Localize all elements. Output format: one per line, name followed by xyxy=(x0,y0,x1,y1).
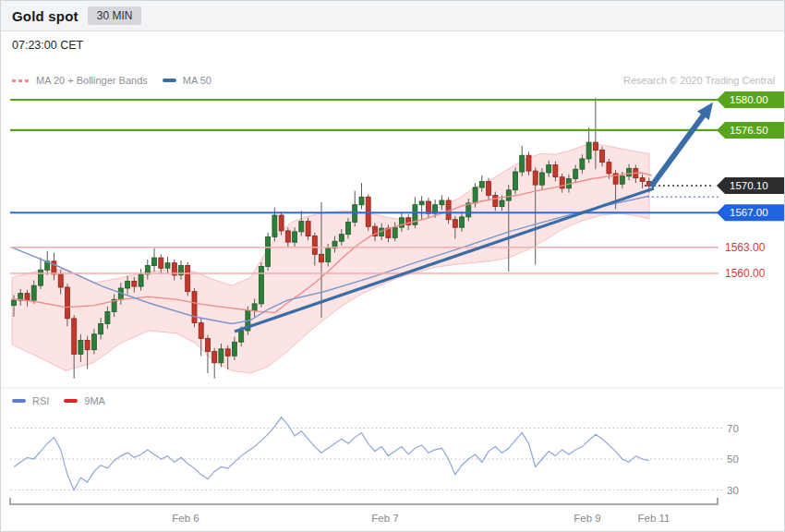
candle xyxy=(39,270,43,285)
candle xyxy=(586,142,591,159)
candle xyxy=(600,151,605,163)
candle xyxy=(279,215,284,231)
candle xyxy=(285,231,290,242)
chart-timestamp: 07:23:00 CET xyxy=(12,39,83,52)
candle xyxy=(12,300,17,306)
projection-arrow xyxy=(651,113,706,187)
candle xyxy=(232,342,236,356)
candle xyxy=(440,200,444,205)
ma50-legend-label: MA 50 xyxy=(183,75,211,86)
candle xyxy=(627,168,632,176)
candle xyxy=(473,187,477,203)
candle xyxy=(165,263,170,269)
candle xyxy=(65,287,69,319)
rsi-swatch-icon xyxy=(12,399,26,403)
ma50-swatch-icon xyxy=(163,79,176,82)
chart-header: Gold spot 30 MIN xyxy=(1,1,784,31)
candle xyxy=(219,349,223,363)
candle xyxy=(139,274,143,286)
svg-text:1576.50: 1576.50 xyxy=(730,125,768,136)
time-axis xyxy=(10,498,718,504)
candle xyxy=(78,340,83,354)
candle xyxy=(72,319,77,355)
candle xyxy=(31,285,36,300)
candle xyxy=(513,172,518,190)
candle xyxy=(339,235,344,242)
svg-text:1567.00: 1567.00 xyxy=(730,207,768,218)
rsi-legend: RSI 9MA xyxy=(12,395,120,406)
candle xyxy=(85,340,90,349)
candle xyxy=(533,171,537,185)
candle xyxy=(493,195,498,206)
candle xyxy=(479,181,484,187)
price-label-pivot: 1563.00 xyxy=(725,241,766,254)
candle xyxy=(640,178,645,182)
main-chart-legend: MA 20 + Bollinger Bands MA 50 xyxy=(12,75,226,86)
candle xyxy=(132,282,137,287)
svg-text:1570.10: 1570.10 xyxy=(730,180,768,191)
candle xyxy=(186,266,190,292)
candle xyxy=(580,159,585,169)
candle xyxy=(206,339,211,352)
candle xyxy=(272,215,277,237)
ma20-bollinger-swatch-icon xyxy=(12,79,30,82)
ma9-swatch-icon xyxy=(64,399,78,403)
candle xyxy=(520,155,525,172)
candle xyxy=(487,181,491,195)
candle xyxy=(460,217,465,227)
candle xyxy=(453,220,457,228)
candle xyxy=(105,311,110,323)
candle xyxy=(346,223,351,235)
rsi-tick-label: 30 xyxy=(727,485,739,496)
candle xyxy=(312,236,317,255)
candle xyxy=(553,165,558,177)
trading-chart-window: 1580.001576.501570.101567.001563.001560.… xyxy=(0,0,785,532)
candle xyxy=(239,331,244,342)
candle xyxy=(526,155,531,171)
time-axis-label: Feb 11 xyxy=(638,513,670,524)
candle xyxy=(25,294,30,301)
candle xyxy=(293,232,297,242)
time-axis-label: Feb 6 xyxy=(172,513,199,524)
candle xyxy=(259,267,263,304)
ma20-legend-label: MA 20 + Bollinger Bands xyxy=(36,75,148,86)
candle xyxy=(266,237,271,267)
price-label-pivot: 1560.00 xyxy=(725,267,766,280)
candle xyxy=(299,222,304,232)
rsi-legend-label: RSI xyxy=(32,395,49,406)
candle xyxy=(99,324,103,334)
research-watermark: Research © 2020 Trading Central xyxy=(623,75,775,86)
candle xyxy=(192,292,197,323)
ma9-legend-label: 9MA xyxy=(84,395,105,406)
time-axis-label: Feb 9 xyxy=(574,513,600,524)
candle xyxy=(58,274,63,287)
svg-text:1580.00: 1580.00 xyxy=(730,94,768,105)
time-axis-label: Feb 7 xyxy=(371,513,398,524)
candle xyxy=(306,222,310,236)
rsi-tick-label: 70 xyxy=(727,423,739,434)
candle xyxy=(547,165,551,174)
candle xyxy=(593,142,598,151)
candle xyxy=(152,258,157,266)
candle xyxy=(419,201,424,205)
candle xyxy=(212,352,217,363)
candle xyxy=(620,176,624,185)
rsi-tick-label: 50 xyxy=(727,453,739,465)
candle xyxy=(607,163,611,174)
candle xyxy=(252,304,257,311)
candle xyxy=(399,218,404,227)
candle xyxy=(159,258,163,268)
candle xyxy=(359,197,364,205)
instrument-title: Gold spot xyxy=(12,8,78,24)
candle xyxy=(540,173,545,185)
candle xyxy=(506,190,511,200)
timeframe-badge[interactable]: 30 MIN xyxy=(88,6,142,25)
candle xyxy=(91,334,96,350)
candle xyxy=(500,200,504,207)
candle xyxy=(225,349,230,357)
candle xyxy=(326,248,331,262)
candle xyxy=(199,323,203,339)
candle xyxy=(392,227,397,237)
candle xyxy=(320,254,324,262)
candle xyxy=(126,282,130,289)
